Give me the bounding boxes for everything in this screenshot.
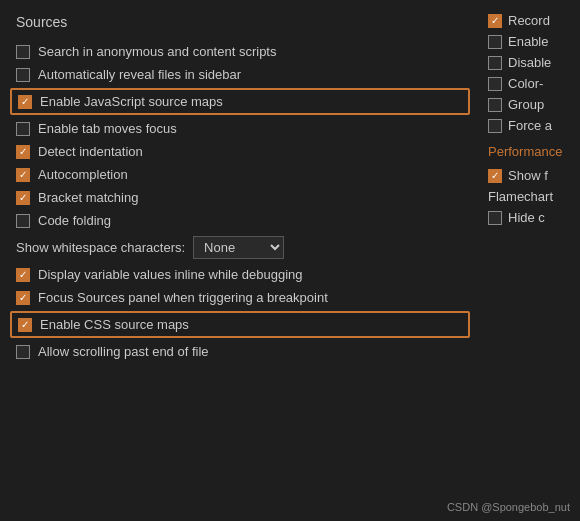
setting-row-autocompletion: Autocompletion — [16, 163, 464, 186]
label-disable-r: Disable — [508, 55, 551, 70]
setting-row-code-folding: Code folding — [16, 209, 464, 232]
checkbox-show-p[interactable] — [488, 169, 502, 183]
checkbox-record[interactable] — [488, 14, 502, 28]
setting-row-focus-sources: Focus Sources panel when triggering a br… — [16, 286, 464, 309]
label-group-r: Group — [508, 97, 544, 112]
setting-row-enable-css-maps: Enable CSS source maps — [10, 311, 470, 338]
label-tab-focus: Enable tab moves focus — [38, 121, 177, 136]
checkbox-hide-c[interactable] — [488, 211, 502, 225]
right-row-record: Record — [488, 10, 572, 31]
setting-row-enable-js-maps: Enable JavaScript source maps — [10, 88, 470, 115]
right-row-group: Group — [488, 94, 572, 115]
setting-row-display-values: Display variable values inline while deb… — [16, 263, 464, 286]
right-row-force: Force a — [488, 115, 572, 136]
right-row-hide-c: Hide c — [488, 207, 572, 228]
setting-row-detect-indent: Detect indentation — [16, 140, 464, 163]
label-search-anon: Search in anonymous and content scripts — [38, 44, 276, 59]
label-focus-sources: Focus Sources panel when triggering a br… — [38, 290, 328, 305]
checkbox-display-values[interactable] — [16, 268, 30, 282]
label-enable-js-maps: Enable JavaScript source maps — [40, 94, 223, 109]
label-autocompletion: Autocompletion — [38, 167, 128, 182]
checkbox-bracket-matching[interactable] — [16, 191, 30, 205]
right-row-enable: Enable — [488, 31, 572, 52]
right-row-show-p: Show f — [488, 165, 572, 186]
label-enable-css-maps: Enable CSS source maps — [40, 317, 189, 332]
label-detect-indent: Detect indentation — [38, 144, 143, 159]
performance-section: Performance Show f Flamechart Hide c — [488, 144, 572, 228]
checkbox-disable-r[interactable] — [488, 56, 502, 70]
setting-row-allow-scrolling: Allow scrolling past end of file — [16, 340, 464, 363]
label-enable-r: Enable — [508, 34, 548, 49]
checkbox-enable-r[interactable] — [488, 35, 502, 49]
checkbox-code-folding[interactable] — [16, 214, 30, 228]
label-show-p: Show f — [508, 168, 548, 183]
right-panel: Record Enable Disable Color- Group — [480, 10, 580, 511]
label-code-folding: Code folding — [38, 213, 111, 228]
label-allow-scrolling: Allow scrolling past end of file — [38, 344, 209, 359]
checkbox-detect-indent[interactable] — [16, 145, 30, 159]
checkbox-enable-js-maps[interactable] — [18, 95, 32, 109]
right-row-disable: Disable — [488, 52, 572, 73]
checkbox-focus-sources[interactable] — [16, 291, 30, 305]
sources-title: Sources — [16, 14, 464, 30]
setting-row-search-anon: Search in anonymous and content scripts — [16, 40, 464, 63]
checkbox-tab-focus[interactable] — [16, 122, 30, 136]
whitespace-row: Show whitespace characters: None All Tra… — [16, 232, 464, 263]
right-row-color: Color- — [488, 73, 572, 94]
checkbox-auto-reveal[interactable] — [16, 68, 30, 82]
setting-row-tab-focus: Enable tab moves focus — [16, 117, 464, 140]
checkbox-enable-css-maps[interactable] — [18, 318, 32, 332]
label-auto-reveal: Automatically reveal files in sidebar — [38, 67, 241, 82]
label-bracket-matching: Bracket matching — [38, 190, 138, 205]
setting-row-bracket-matching: Bracket matching — [16, 186, 464, 209]
setting-row-auto-reveal: Automatically reveal files in sidebar — [16, 63, 464, 86]
label-color-r: Color- — [508, 76, 543, 91]
checkbox-search-anon[interactable] — [16, 45, 30, 59]
left-panel: Sources Search in anonymous and content … — [0, 10, 480, 511]
label-hide-c: Hide c — [508, 210, 545, 225]
checkbox-allow-scrolling[interactable] — [16, 345, 30, 359]
flamechart-label: Flamechart — [488, 186, 572, 207]
whitespace-label: Show whitespace characters: — [16, 240, 185, 255]
whitespace-dropdown[interactable]: None All Trailing — [193, 236, 284, 259]
checkbox-autocompletion[interactable] — [16, 168, 30, 182]
perf-title: Performance — [488, 144, 572, 159]
label-display-values: Display variable values inline while deb… — [38, 267, 303, 282]
label-force-r: Force a — [508, 118, 552, 133]
checkbox-color-r[interactable] — [488, 77, 502, 91]
label-record: Record — [508, 13, 550, 28]
watermark: CSDN @Spongebob_nut — [447, 501, 570, 513]
checkbox-force-r[interactable] — [488, 119, 502, 133]
checkbox-group-r[interactable] — [488, 98, 502, 112]
